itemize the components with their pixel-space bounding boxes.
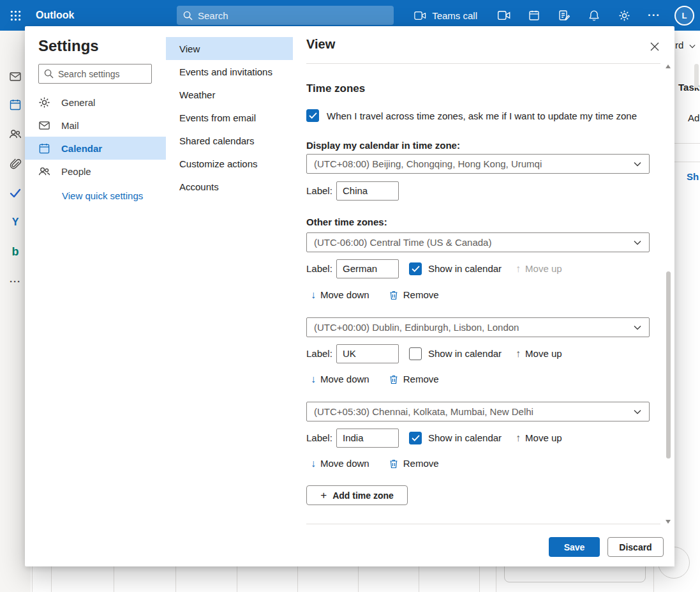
show-in-calendar-checkbox[interactable] bbox=[409, 432, 422, 444]
divider bbox=[674, 162, 700, 162]
settings-search-input[interactable] bbox=[58, 69, 146, 79]
move-up-button[interactable]: ↑ Move up bbox=[516, 432, 562, 443]
settings-categories: View Events and invitations Weather Even… bbox=[166, 26, 293, 566]
grid-line bbox=[653, 566, 654, 592]
background-scrollbar[interactable] bbox=[694, 64, 699, 88]
search-input[interactable] bbox=[198, 10, 387, 21]
primary-timezone-select[interactable]: (UTC+08:00) Beijing, Chongqing, Hong Kon… bbox=[306, 154, 650, 174]
arrow-down-icon: ↓ bbox=[311, 374, 316, 384]
zone-2-label-input[interactable] bbox=[336, 344, 399, 363]
chevron-down-icon bbox=[634, 240, 641, 245]
checkmark-icon bbox=[412, 266, 420, 272]
zone-2-controls: Label: Show in calendar ↑ Move up bbox=[306, 344, 562, 363]
more-options-icon[interactable]: ··· bbox=[644, 5, 664, 26]
zone-3-label-input[interactable] bbox=[336, 429, 399, 448]
feedback-icon[interactable] bbox=[554, 5, 574, 26]
avatar[interactable]: L bbox=[674, 6, 694, 26]
category-view[interactable]: View bbox=[166, 37, 293, 60]
close-icon[interactable] bbox=[646, 38, 663, 55]
grid-line bbox=[175, 566, 176, 592]
people-icon[interactable] bbox=[9, 128, 22, 140]
background-toolbar-partial: rd bbox=[675, 40, 696, 50]
scroll-up-arrow[interactable] bbox=[666, 65, 671, 68]
meet-now-icon[interactable] bbox=[494, 5, 514, 26]
sidebar-item-calendar[interactable]: Calendar bbox=[25, 137, 166, 160]
other-timezone-select-1[interactable]: (UTC-06:00) Central Time (US & Canada) bbox=[306, 232, 650, 252]
move-up-button[interactable]: ↑ Move up bbox=[516, 348, 562, 359]
travel-timezone-label: When I travel across time zones, ask me … bbox=[327, 110, 637, 121]
panel-header: View bbox=[293, 26, 674, 64]
todo-icon[interactable] bbox=[9, 186, 22, 199]
category-accounts[interactable]: Accounts bbox=[166, 175, 293, 198]
show-in-calendar-checkbox[interactable] bbox=[409, 347, 422, 360]
zone-2-actions: ↓ Move down Remove bbox=[311, 369, 439, 389]
display-timezone-label: Display my calendar in time zone: bbox=[306, 140, 460, 151]
category-weather[interactable]: Weather bbox=[166, 83, 293, 106]
show-in-calendar-label: Show in calendar bbox=[428, 432, 502, 443]
topbar-search[interactable] bbox=[177, 6, 394, 25]
zone-1-label-input[interactable] bbox=[336, 259, 399, 278]
other-timezone-select-3[interactable]: (UTC+05:30) Chennai, Kolkata, Mumbai, Ne… bbox=[306, 402, 650, 421]
travel-timezone-checkbox[interactable] bbox=[306, 109, 319, 122]
grid-line bbox=[32, 566, 33, 592]
settings-title: Settings bbox=[38, 37, 99, 55]
yammer-icon[interactable]: Y bbox=[9, 216, 22, 229]
bookings-icon[interactable]: b bbox=[9, 245, 22, 258]
primary-label-row: Label: bbox=[306, 181, 399, 201]
category-customize-actions[interactable]: Customize actions bbox=[166, 152, 293, 175]
mail-icon[interactable] bbox=[9, 70, 22, 83]
chevron-down-icon bbox=[634, 409, 641, 414]
calendar-icon bbox=[38, 142, 50, 155]
settings-nav: General Mail Calendar People bbox=[25, 91, 166, 183]
plus-icon: + bbox=[320, 490, 327, 501]
my-day-icon[interactable] bbox=[524, 5, 544, 26]
checkmark-icon bbox=[412, 435, 420, 441]
sidebar-item-mail[interactable]: Mail bbox=[25, 114, 166, 137]
category-events-and-invitations[interactable]: Events and invitations bbox=[166, 60, 293, 83]
sidebar-item-people[interactable]: People bbox=[25, 160, 166, 183]
show-in-calendar-checkbox[interactable] bbox=[409, 262, 422, 275]
move-down-button[interactable]: ↓ Move down bbox=[311, 289, 369, 300]
more-apps-icon[interactable]: ··· bbox=[9, 275, 22, 287]
chevron-down-icon bbox=[634, 162, 641, 167]
settings-search[interactable] bbox=[38, 64, 152, 84]
attachments-icon[interactable] bbox=[9, 157, 22, 170]
people-icon bbox=[38, 165, 50, 178]
move-up-button[interactable]: ↑ Move up bbox=[516, 263, 562, 274]
remove-button[interactable]: Remove bbox=[389, 458, 439, 469]
category-events-from-email[interactable]: Events from email bbox=[166, 106, 293, 129]
category-shared-calendars[interactable]: Shared calendars bbox=[166, 129, 293, 152]
scrollbar-thumb[interactable] bbox=[666, 271, 671, 459]
show-in-calendar-label: Show in calendar bbox=[428, 263, 502, 274]
save-button[interactable]: Save bbox=[549, 537, 600, 557]
remove-button[interactable]: Remove bbox=[389, 374, 439, 384]
grid-line bbox=[496, 566, 496, 592]
discard-button[interactable]: Discard bbox=[607, 537, 664, 557]
add-time-zone-button[interactable]: + Add time zone bbox=[306, 485, 408, 505]
primary-label-input[interactable] bbox=[336, 181, 399, 201]
grid-line bbox=[114, 566, 114, 592]
timezone-value: (UTC+08:00) Beijing, Chongqing, Hong Kon… bbox=[314, 158, 542, 169]
settings-gear-icon[interactable] bbox=[614, 5, 634, 26]
calendar-icon[interactable] bbox=[9, 98, 22, 111]
time-zones-heading: Time zones bbox=[306, 82, 365, 95]
trash-icon bbox=[389, 290, 399, 300]
view-quick-settings-link[interactable]: View quick settings bbox=[62, 190, 143, 201]
sidebar-item-general[interactable]: General bbox=[25, 91, 166, 114]
remove-button[interactable]: Remove bbox=[389, 289, 439, 300]
grid-line bbox=[51, 566, 52, 592]
settings-dialog: Settings General Mail Calendar bbox=[25, 26, 674, 566]
timezone-value: (UTC-06:00) Central Time (US & Canada) bbox=[314, 237, 491, 248]
scrollbar[interactable] bbox=[666, 65, 671, 524]
notifications-bell-icon[interactable] bbox=[584, 5, 604, 26]
move-down-button[interactable]: ↓ Move down bbox=[311, 374, 369, 384]
other-timezone-select-2[interactable]: (UTC+00:00) Dublin, Edinburgh, Lisbon, L… bbox=[306, 317, 650, 337]
teams-call-button[interactable]: Teams call bbox=[414, 10, 477, 21]
arrow-up-icon: ↑ bbox=[516, 349, 521, 359]
divider bbox=[306, 524, 660, 524]
travel-timezone-row: When I travel across time zones, ask me … bbox=[306, 109, 637, 122]
search-icon bbox=[44, 69, 54, 79]
grid-line bbox=[358, 566, 359, 592]
move-down-button[interactable]: ↓ Move down bbox=[311, 458, 369, 469]
scroll-down-arrow[interactable] bbox=[666, 520, 671, 524]
